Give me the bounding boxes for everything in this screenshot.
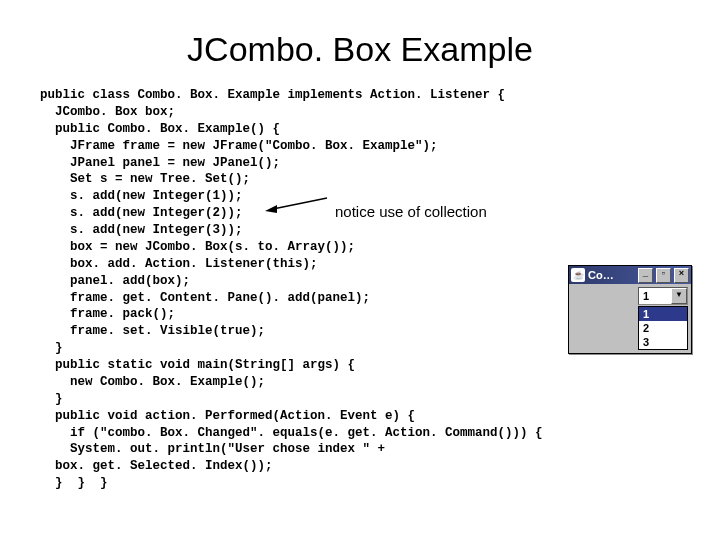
close-button[interactable]: × (674, 268, 689, 283)
demo-window: ☕ Co… _ ▫ × 1 ▼ 123 (568, 265, 692, 354)
arrow-icon (265, 195, 330, 215)
svg-line-0 (273, 198, 327, 209)
annotation-text: notice use of collection (335, 203, 487, 220)
slide-title: JCombo. Box Example (40, 30, 680, 69)
combobox-option[interactable]: 2 (639, 321, 687, 335)
window-title: Co… (588, 269, 635, 281)
combobox-option[interactable]: 3 (639, 335, 687, 349)
window-titlebar: ☕ Co… _ ▫ × (569, 266, 691, 284)
combobox-selected-value: 1 (639, 290, 671, 302)
minimize-button[interactable]: _ (638, 268, 653, 283)
chevron-down-icon[interactable]: ▼ (671, 288, 687, 304)
combobox[interactable]: 1 ▼ (638, 287, 688, 305)
maximize-button[interactable]: ▫ (656, 268, 671, 283)
combobox-option[interactable]: 1 (639, 307, 687, 321)
svg-marker-1 (265, 205, 277, 213)
window-body: 1 ▼ 123 (569, 284, 691, 353)
java-coffee-icon: ☕ (571, 268, 585, 282)
combobox-dropdown: 123 (638, 306, 688, 350)
